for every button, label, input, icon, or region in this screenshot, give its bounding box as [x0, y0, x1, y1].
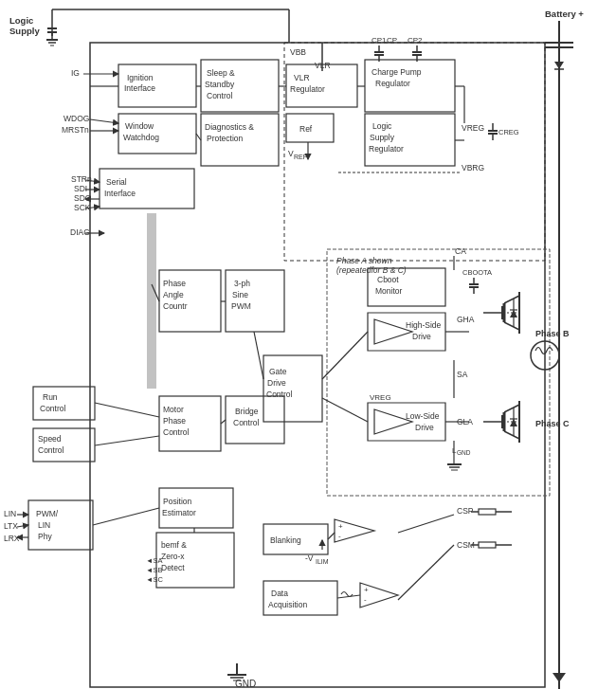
- charge-pump-label1: Charge Pump: [371, 67, 422, 77]
- diag-label1: Diagnostics &: [205, 122, 254, 132]
- lin-label: LIN: [4, 509, 16, 518]
- low-side-label1: Low-Side: [406, 411, 440, 421]
- low-side-label2: Drive: [415, 423, 434, 432]
- phase-angle-label1: Phase: [163, 279, 186, 288]
- gate-drive-label1: Gate: [269, 367, 287, 376]
- gha-label: GHA: [457, 315, 475, 324]
- ignition-label1: Ignition: [127, 73, 154, 82]
- bridge-ctrl-label1: Bridge: [235, 407, 259, 416]
- block-diagram: Phase A shown (repeatedfor B & C) Logic …: [0, 0, 616, 689]
- sa-label: SA: [457, 370, 468, 379]
- gate-drive-label3: Control: [266, 390, 293, 399]
- sb-detect-label: ◄SB: [146, 566, 162, 574]
- bemf-label2: Zero-x: [161, 552, 185, 561]
- sine-pwm-label1: 3-ph: [234, 279, 250, 288]
- sleep-label3: Control: [207, 91, 233, 100]
- run-ctrl-label2: Control: [40, 404, 66, 413]
- phase-angle-label3: Countr: [163, 301, 188, 311]
- run-ctrl-label1: Run: [43, 392, 58, 402]
- cboot-label1: Cboot: [377, 275, 399, 284]
- phase-b-label: Phase B: [535, 329, 570, 338]
- sleep-label1: Sleep &: [207, 68, 235, 78]
- sc-detect-label: ◄SC: [146, 575, 163, 584]
- ca-label: CA: [455, 246, 466, 256]
- sleep-label2: Standby: [205, 80, 235, 89]
- vlr-reg-label1: VLR: [294, 73, 310, 82]
- svg-rect-54: [147, 213, 156, 389]
- high-side-label1: High-Side: [406, 320, 442, 330]
- plus-sign2: +: [364, 586, 369, 594]
- lsr-label3: Regulator: [369, 144, 404, 154]
- lsr-label1: Logic: [372, 121, 392, 131]
- vreg-low-label: VREG: [370, 393, 391, 402]
- pos-est-label1: Position: [163, 497, 192, 506]
- ignition-label2: Interface: [124, 83, 155, 93]
- speed-ctrl-label1: Speed: [38, 434, 62, 444]
- csp-label: CSP: [457, 506, 474, 516]
- motor-phase-label2: Phase: [163, 416, 186, 426]
- serial-label1: Serial: [106, 177, 127, 187]
- diag-signal-label: DIAG: [70, 227, 90, 237]
- watchdog-label1: Window: [125, 121, 154, 131]
- sdo-label: SDO: [74, 193, 92, 203]
- phase-a-note2: (repeatedfor B & C): [336, 265, 407, 275]
- motor-phase-label3: Control: [163, 427, 190, 437]
- vbb-label: VBB: [290, 47, 306, 57]
- creg-label: CREG: [498, 128, 519, 136]
- battery-plus-label: Battery +: [545, 9, 584, 19]
- charge-pump-label2: Regulator: [375, 79, 410, 88]
- bemf-label3: Detect: [161, 563, 185, 572]
- cp-label: CP: [387, 36, 397, 45]
- blanking-label: Blanking: [270, 535, 301, 545]
- sdi-label: SDI: [74, 184, 87, 193]
- vbrg-label: VBRG: [462, 163, 484, 172]
- gate-drive-label2: Drive: [267, 378, 286, 388]
- svg-rect-0: [0, 0, 616, 689]
- ig-label: IG: [71, 68, 80, 78]
- lsr-label2: Supply: [370, 133, 395, 142]
- ltx-label: LTX: [4, 521, 18, 531]
- plus-sign1: +: [338, 522, 343, 531]
- bridge-ctrl-label2: Control: [233, 418, 260, 427]
- vref-sub: REF: [294, 154, 307, 160]
- pos-est-label2: Estimator: [162, 508, 196, 517]
- mrstn-label: MRSTn: [62, 125, 89, 135]
- vreg-label: VREG: [462, 123, 484, 133]
- watchdog-label2: Watchdog: [123, 133, 159, 142]
- vlr-label: VLR: [315, 61, 331, 70]
- phase-a-note: Phase A shown: [336, 256, 392, 265]
- data-acq-label1: Data: [271, 589, 288, 598]
- high-side-label2: Drive: [412, 332, 431, 341]
- lgnd-sub: GND: [457, 449, 471, 456]
- ref-label: Ref: [299, 124, 313, 134]
- motor-phase-label1: Motor: [163, 405, 184, 414]
- sine-pwm-label3: PWM: [231, 301, 251, 311]
- pwm-lin-label2: LIN: [38, 520, 50, 530]
- cp2-label: CP2: [408, 36, 423, 45]
- cboota-label: CBOOTA: [462, 268, 492, 277]
- wdog-label: WDOG: [63, 114, 89, 123]
- logic-supply-label: Logic: [9, 15, 33, 26]
- sa-detect-label: ◄SA: [146, 556, 162, 565]
- minus-sign2: -: [364, 595, 367, 604]
- cboot-label2: Monitor: [375, 286, 403, 296]
- pwm-lin-label1: PWM/: [36, 509, 59, 518]
- phase-angle-label2: Angle: [163, 290, 184, 299]
- bemf-label1: bemf &: [161, 540, 187, 550]
- vlr-reg-label2: Regulator: [290, 84, 325, 94]
- strn-label: STRn: [71, 174, 92, 184]
- pwm-lin-label3: Phy: [38, 532, 52, 541]
- diag-label2: Protection: [207, 134, 244, 143]
- vilim-label: -V: [305, 553, 314, 563]
- minus-sign1: -: [338, 532, 341, 540]
- serial-label2: Interface: [104, 189, 136, 198]
- sine-pwm-label2: Sine: [232, 290, 248, 299]
- lrx-label: LRX: [4, 534, 20, 543]
- logic-supply-label2: Supply: [9, 26, 40, 36]
- data-acq-label2: Acquisition: [268, 600, 307, 609]
- cp1-label: CP1: [371, 36, 387, 45]
- phase-c-label: Phase C: [535, 419, 570, 428]
- vilim-sub: ILIM: [316, 558, 329, 565]
- speed-ctrl-label2: Control: [38, 445, 64, 455]
